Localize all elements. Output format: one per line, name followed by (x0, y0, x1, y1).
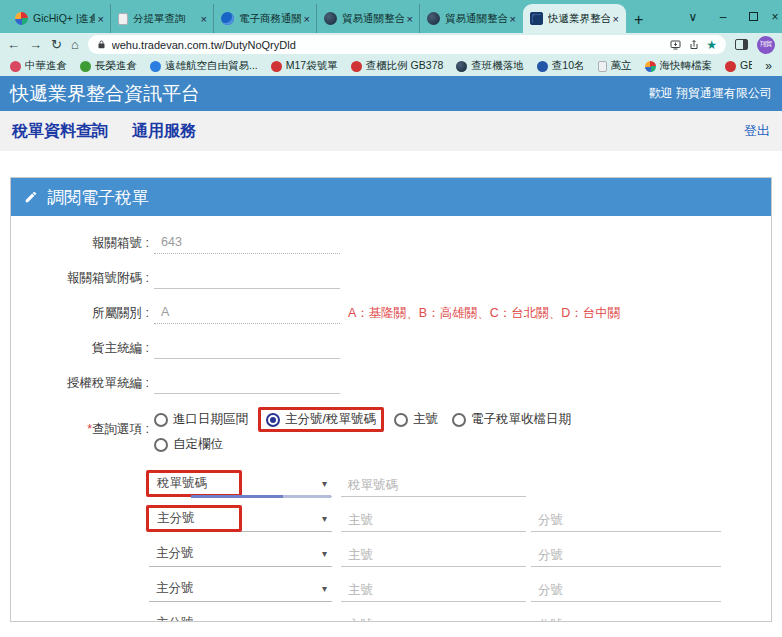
form-panel: 調閱電子稅單 報關箱號 :643報關箱號附碼 :所屬關別 :AA：基隆關、B：高… (10, 177, 772, 622)
bookmarks-overflow-icon[interactable]: » (765, 59, 772, 73)
text-input[interactable]: 分號 (531, 575, 721, 602)
tab[interactable]: 貿易通關整合平台× (317, 4, 420, 33)
bookmark-star-icon[interactable]: ★ (706, 39, 717, 51)
radio-circle-icon[interactable] (452, 413, 466, 427)
menu-item-common-services[interactable]: 通用服務 (132, 121, 196, 142)
blue-circle-bookmark-icon (150, 61, 161, 72)
new-tab-button[interactable]: + (634, 11, 643, 29)
reload-icon[interactable]: ↻ (51, 38, 62, 51)
multicolor-circle-bookmark-icon (645, 61, 656, 72)
field-input[interactable] (154, 267, 340, 289)
chevron-down-icon[interactable]: ∨ (678, 0, 708, 33)
query-option-row: *查詢選項 : 進口日期區間主分號/稅單號碼主號電子稅單收檔日期 自定欄位 (11, 407, 771, 457)
bookmark-label: GB301查G1 (740, 59, 752, 73)
radio-label: 自定欄位 (173, 436, 223, 453)
bookmark-item[interactable]: 長榮進倉 (80, 59, 137, 73)
tab-close-icon[interactable]: × (613, 13, 619, 25)
select-dropdown[interactable]: 稅單號碼▾ (149, 470, 332, 497)
bookmark-item[interactable]: 遠雄航空自由貿易... (150, 59, 258, 73)
tab[interactable]: 分提單查詢× (111, 4, 214, 33)
text-input[interactable]: 分號 (531, 540, 721, 567)
bookmark-item[interactable]: 中華進倉 (10, 59, 67, 73)
select-rows: 稅單號碼▾稅單號碼主分號▾主號分號主分號▾主號分號主分號▾主號分號主分號▾主號分… (149, 470, 771, 622)
text-input[interactable]: 主號 (341, 575, 526, 602)
field-input[interactable] (154, 372, 340, 394)
text-input[interactable]: 分號 (531, 610, 721, 622)
omnibox[interactable]: wehu.tradevan.com.tw/DutyNoQryDld ★ (88, 35, 726, 54)
tab[interactable]: 貿易通關整合平台× (420, 4, 523, 33)
tab-title: GicHiQ+ |進倉 (33, 12, 95, 26)
menu-item-duty-query[interactable]: 稅單資料查詢 (12, 121, 108, 142)
text-input[interactable]: 主號 (341, 540, 526, 567)
query-option-radio[interactable]: 主號 (394, 411, 438, 428)
field-input[interactable]: A (154, 302, 340, 324)
tab-active[interactable]: 快遞業界整合資訊× (523, 4, 626, 33)
bookmark-item[interactable]: 萬立 (598, 59, 632, 73)
profile-avatar[interactable]: 翔貿 (757, 36, 775, 54)
bookmark-label: 查班機落地 (471, 59, 524, 73)
radio-group: 進口日期區間主分號/稅單號碼主號電子稅單收檔日期 自定欄位 (154, 407, 571, 457)
back-icon[interactable]: ← (7, 38, 20, 51)
minimize-icon[interactable]: – (708, 0, 738, 33)
select-row: 主分號▾主號分號 (149, 505, 771, 532)
bookmark-item[interactable]: 查10名 (537, 59, 585, 73)
side-panel-icon[interactable] (735, 39, 748, 50)
home-icon[interactable]: ⌂ (71, 38, 79, 51)
text-input[interactable]: 稅單號碼 (341, 470, 526, 497)
install-icon[interactable] (669, 39, 682, 51)
radio-circle-icon[interactable] (154, 413, 168, 427)
tab-title: 貿易通關整合平台 (342, 12, 404, 26)
tab-close-icon[interactable]: × (201, 13, 207, 25)
select-dropdown[interactable]: 主分號▾ (149, 540, 332, 567)
maximize-icon[interactable] (738, 0, 768, 33)
form-field-row: 所屬關別 :AA：基隆關、B：高雄關、C：台北關、D：台中關 (11, 302, 771, 324)
document-bookmark-icon (598, 61, 607, 72)
text-input[interactable]: 主號 (341, 505, 526, 532)
document-favicon-icon (118, 13, 128, 25)
bookmark-label: 萬立 (611, 59, 632, 73)
tab-close-icon[interactable]: × (407, 13, 413, 25)
radio-label: 進口日期區間 (173, 411, 248, 428)
radio-line-1: 進口日期區間主分號/稅單號碼主號電子稅單收檔日期 (154, 407, 571, 432)
close-window-icon[interactable]: × (768, 0, 782, 33)
select-dropdown[interactable]: 主分號▾ (149, 575, 332, 602)
select-dropdown[interactable]: 主分號▾ (149, 610, 332, 622)
green-leaf-bookmark-icon (80, 61, 91, 72)
select-row: 主分號▾主號分號 (149, 575, 771, 602)
bookmark-item[interactable]: GB301查G1 (725, 59, 752, 73)
text-input[interactable]: 主號 (341, 610, 526, 622)
panel-body: 報關箱號 :643報關箱號附碼 :所屬關別 :AA：基隆關、B：高雄關、C：台北… (11, 216, 771, 622)
logout-link[interactable]: 登出 (744, 122, 770, 140)
globe-bookmark-icon (456, 61, 467, 72)
url-text[interactable]: wehu.tradevan.com.tw/DutyNoQryDld (112, 39, 663, 51)
bookmark-label: 中華進倉 (25, 59, 67, 73)
tab-title: 貿易通關整合平台 (445, 12, 507, 26)
bookmark-item[interactable]: 海快轉檔案 (645, 59, 713, 73)
globe-favicon-icon (324, 12, 337, 25)
field-input[interactable] (154, 337, 340, 359)
radio-label: 主號 (413, 411, 438, 428)
query-option-radio[interactable]: 自定欄位 (154, 436, 223, 453)
radio-circle-icon[interactable] (394, 413, 408, 427)
bookmark-item[interactable]: 查櫃比例 GB378 (351, 59, 444, 73)
select-dropdown[interactable]: 主分號▾ (149, 505, 332, 532)
tab-close-icon[interactable]: × (304, 13, 310, 25)
share-icon[interactable] (688, 39, 700, 51)
bookmark-item[interactable]: 查班機落地 (456, 59, 524, 73)
query-option-radio-highlighted[interactable]: 主分號/稅單號碼 (258, 407, 384, 432)
radio-circle-icon[interactable] (266, 413, 280, 427)
field-input[interactable]: 643 (154, 232, 340, 254)
tab-close-icon[interactable]: × (98, 13, 104, 25)
bookmark-item[interactable]: M17袋號單 (271, 59, 338, 73)
text-input[interactable]: 分號 (531, 505, 721, 532)
tab[interactable]: 電子商務通關平台× (214, 4, 317, 33)
query-option-radio[interactable]: 進口日期區間 (154, 411, 248, 428)
panel-title: 調閱電子稅單 (47, 186, 149, 209)
forward-icon[interactable]: → (29, 38, 42, 51)
query-option-radio[interactable]: 電子稅單收檔日期 (452, 411, 571, 428)
bookmark-label: 查櫃比例 GB378 (366, 59, 444, 73)
tab[interactable]: GicHiQ+ |進倉× (8, 4, 111, 33)
tab-title: 電子商務通關平台 (239, 12, 301, 26)
tab-close-icon[interactable]: × (510, 13, 516, 25)
radio-circle-icon[interactable] (154, 438, 168, 452)
